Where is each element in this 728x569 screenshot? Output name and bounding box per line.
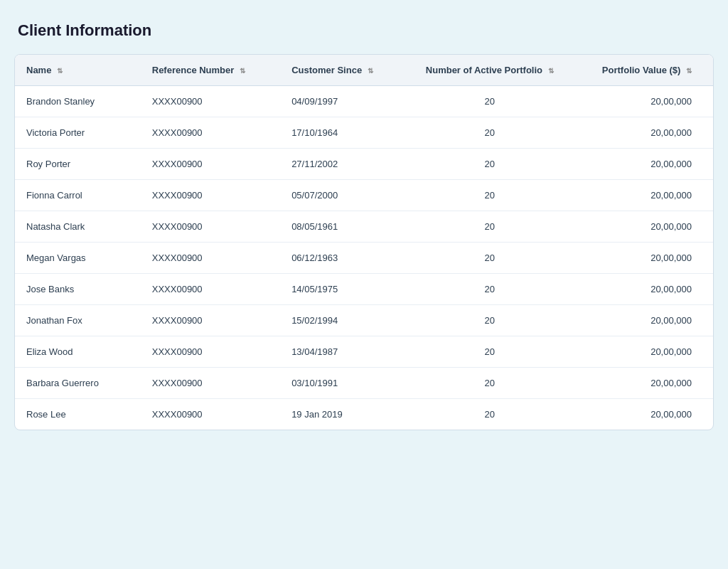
table-cell-since: 13/04/1987 (280, 336, 406, 368)
table-cell-name: Fionna Carrol (15, 180, 141, 211)
table-cell-ref: XXXX00900 (141, 336, 280, 368)
table-row[interactable]: Brandon StanleyXXXX0090004/09/19972020,0… (15, 86, 713, 117)
page-container: Client Information Name ⇅ Reference Numb… (14, 21, 714, 430)
table-cell-portfolio: 20 (406, 274, 574, 305)
sort-icon-name: ⇅ (57, 67, 63, 75)
sort-icon-value: ⇅ (686, 67, 692, 75)
table-cell-name: Victoria Porter (15, 117, 141, 149)
col-header-portfolio[interactable]: Number of Active Portfolio ⇅ (406, 55, 574, 86)
table-cell-ref: XXXX00900 (141, 274, 280, 305)
table-cell-ref: XXXX00900 (141, 305, 280, 336)
client-table: Name ⇅ Reference Number ⇅ Customer Since… (15, 55, 713, 430)
table-cell-value: 20,00,000 (574, 149, 713, 180)
table-cell-name: Megan Vargas (15, 243, 141, 274)
table-cell-ref: XXXX00900 (141, 211, 280, 243)
table-cell-since: 19 Jan 2019 (280, 399, 406, 430)
table-cell-name: Eliza Wood (15, 336, 141, 368)
table-cell-name: Brandon Stanley (15, 86, 141, 117)
table-cell-since: 06/12/1963 (280, 243, 406, 274)
table-cell-portfolio: 20 (406, 211, 574, 243)
table-cell-since: 04/09/1997 (280, 86, 406, 117)
table-cell-value: 20,00,000 (574, 211, 713, 243)
table-row[interactable]: Barbara GuerreroXXXX0090003/10/19912020,… (15, 368, 713, 399)
table-cell-value: 20,00,000 (574, 274, 713, 305)
table-cell-ref: XXXX00900 (141, 243, 280, 274)
table-cell-ref: XXXX00900 (141, 86, 280, 117)
col-portfolio-label: Number of Active Portfolio (426, 65, 542, 75)
header-row: Name ⇅ Reference Number ⇅ Customer Since… (15, 55, 713, 86)
table-cell-ref: XXXX00900 (141, 149, 280, 180)
table-cell-value: 20,00,000 (574, 305, 713, 336)
table-cell-ref: XXXX00900 (141, 399, 280, 430)
table-row[interactable]: Natasha ClarkXXXX0090008/05/19612020,00,… (15, 211, 713, 243)
table-cell-value: 20,00,000 (574, 399, 713, 430)
table-row[interactable]: Megan VargasXXXX0090006/12/19632020,00,0… (15, 243, 713, 274)
table-cell-name: Barbara Guerrero (15, 368, 141, 399)
table-cell-ref: XXXX00900 (141, 368, 280, 399)
page-title: Client Information (14, 21, 714, 40)
table-cell-since: 08/05/1961 (280, 211, 406, 243)
table-cell-name: Rose Lee (15, 399, 141, 430)
sort-icon-ref: ⇅ (240, 67, 245, 75)
table-cell-portfolio: 20 (406, 117, 574, 149)
table-cell-portfolio: 20 (406, 149, 574, 180)
table-cell-value: 20,00,000 (574, 336, 713, 368)
table-cell-portfolio: 20 (406, 243, 574, 274)
col-header-since[interactable]: Customer Since ⇅ (280, 55, 406, 86)
table-row[interactable]: Jose BanksXXXX0090014/05/19752020,00,000 (15, 274, 713, 305)
client-table-container: Name ⇅ Reference Number ⇅ Customer Since… (14, 54, 714, 430)
table-row[interactable]: Eliza WoodXXXX0090013/04/19872020,00,000 (15, 336, 713, 368)
table-cell-name: Roy Porter (15, 149, 141, 180)
table-cell-since: 05/07/2000 (280, 180, 406, 211)
table-cell-value: 20,00,000 (574, 368, 713, 399)
table-cell-ref: XXXX00900 (141, 117, 280, 149)
col-name-label: Name (26, 65, 51, 75)
table-cell-since: 17/10/1964 (280, 117, 406, 149)
table-row[interactable]: Victoria PorterXXXX0090017/10/19642020,0… (15, 117, 713, 149)
table-cell-value: 20,00,000 (574, 86, 713, 117)
table-cell-value: 20,00,000 (574, 180, 713, 211)
sort-icon-since: ⇅ (368, 67, 373, 75)
table-row[interactable]: Rose LeeXXXX0090019 Jan 20192020,00,000 (15, 399, 713, 430)
table-cell-portfolio: 20 (406, 305, 574, 336)
col-header-name[interactable]: Name ⇅ (15, 55, 141, 86)
table-row[interactable]: Fionna CarrolXXXX0090005/07/20002020,00,… (15, 180, 713, 211)
table-cell-since: 03/10/1991 (280, 368, 406, 399)
col-header-reference[interactable]: Reference Number ⇅ (141, 55, 280, 86)
table-cell-value: 20,00,000 (574, 243, 713, 274)
table-cell-portfolio: 20 (406, 336, 574, 368)
table-cell-value: 20,00,000 (574, 117, 713, 149)
table-cell-since: 15/02/1994 (280, 305, 406, 336)
table-row[interactable]: Roy PorterXXXX0090027/11/20022020,00,000 (15, 149, 713, 180)
table-cell-ref: XXXX00900 (141, 180, 280, 211)
table-cell-portfolio: 20 (406, 86, 574, 117)
col-since-label: Customer Since (291, 65, 362, 75)
table-row[interactable]: Jonathan FoxXXXX0090015/02/19942020,00,0… (15, 305, 713, 336)
table-header: Name ⇅ Reference Number ⇅ Customer Since… (15, 55, 713, 86)
table-body: Brandon StanleyXXXX0090004/09/19972020,0… (15, 86, 713, 430)
table-cell-portfolio: 20 (406, 180, 574, 211)
table-cell-since: 14/05/1975 (280, 274, 406, 305)
table-cell-since: 27/11/2002 (280, 149, 406, 180)
table-cell-portfolio: 20 (406, 368, 574, 399)
col-header-value[interactable]: Portfolio Value ($) ⇅ (574, 55, 713, 86)
table-cell-portfolio: 20 (406, 399, 574, 430)
table-cell-name: Jonathan Fox (15, 305, 141, 336)
sort-icon-portfolio: ⇅ (548, 67, 554, 75)
table-cell-name: Natasha Clark (15, 211, 141, 243)
col-value-label: Portfolio Value ($) (602, 65, 681, 75)
col-ref-label: Reference Number (152, 65, 235, 75)
table-cell-name: Jose Banks (15, 274, 141, 305)
